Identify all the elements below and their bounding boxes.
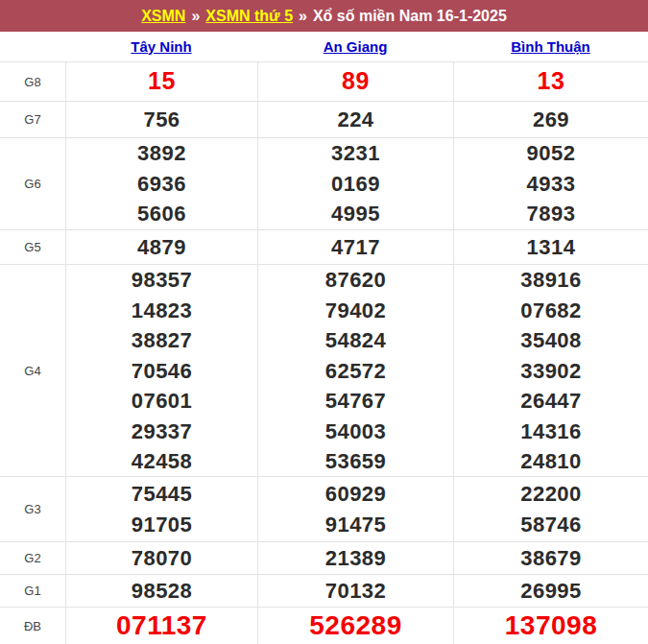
result-number: 13 [538, 66, 565, 97]
result-number: 29337 [132, 417, 193, 447]
prize-label: G5 [0, 230, 65, 264]
result-number: 4879 [137, 232, 186, 263]
result-cell: 224 [257, 102, 453, 137]
prize-row: G498357148233882770546076012933742458876… [0, 264, 648, 476]
prize-row: G2780702138938679 [0, 541, 648, 574]
prize-label: G6 [0, 138, 65, 229]
result-number: 78070 [132, 543, 193, 574]
result-cell: 87620794025482462572547675400353659 [257, 265, 453, 477]
result-cell: 15 [65, 62, 257, 101]
result-cell: 269 [453, 102, 648, 137]
result-number: 26995 [520, 576, 582, 607]
prize-label: G7 [0, 102, 65, 137]
result-number: 35408 [520, 325, 582, 356]
result-number: 54824 [325, 325, 387, 356]
result-number: 87620 [325, 265, 387, 296]
breadcrumb-separator: » [299, 8, 307, 25]
result-number: 38916 [520, 265, 582, 296]
prize-row: G7756224269 [0, 101, 648, 137]
result-number: 89 [342, 66, 370, 97]
result-cell: 389269365606 [65, 138, 257, 229]
prize-label: G8 [0, 62, 65, 101]
prize-label: G3 [0, 477, 65, 541]
result-number: 4995 [331, 199, 380, 229]
result-number: 14316 [520, 417, 582, 447]
result-number: 071137 [116, 610, 207, 641]
result-cell: 89 [257, 62, 453, 101]
province-header-an-giang: An Giang [257, 38, 453, 56]
result-number: 07682 [520, 296, 582, 326]
result-number: 75445 [132, 479, 193, 510]
result-number: 14823 [132, 296, 193, 326]
result-cell: 756 [65, 102, 257, 137]
result-number: 42458 [132, 446, 193, 477]
result-number: 526289 [309, 610, 401, 641]
result-number: 15 [148, 66, 176, 97]
prize-label: ĐB [0, 608, 65, 644]
province-header-row: Tây Ninh An Giang Bình Thuận [0, 32, 648, 61]
result-cell: 7544591705 [65, 477, 257, 541]
breadcrumb: XSMN » XSMN thứ 5 » Xổ số miền Nam 16-1-… [0, 0, 648, 32]
result-number: 224 [337, 105, 373, 135]
result-number: 07601 [132, 386, 193, 417]
result-cell: 1314 [453, 230, 648, 264]
result-number: 1314 [527, 232, 576, 263]
result-number: 137098 [505, 610, 597, 641]
breadcrumb-link-xsmn[interactable]: XSMN [141, 8, 185, 25]
result-cell: 2220058746 [453, 477, 648, 541]
result-number: 3892 [137, 138, 186, 169]
result-cell: 323101694995 [257, 138, 453, 229]
province-header-binh-thuan: Bình Thuận [453, 38, 648, 56]
result-cell: 26995 [453, 575, 648, 607]
result-number: 91475 [325, 510, 387, 540]
result-number: 98528 [132, 576, 193, 607]
result-number: 756 [143, 105, 180, 135]
breadcrumb-separator: » [191, 8, 200, 25]
result-number: 60929 [325, 479, 387, 510]
result-cell: 38679 [453, 542, 648, 574]
result-number: 4717 [331, 232, 380, 263]
result-number: 98357 [132, 265, 193, 296]
breadcrumb-link-xsmn-thu-5[interactable]: XSMN thứ 5 [205, 8, 293, 25]
result-number: 70132 [325, 576, 387, 607]
result-cell: 071137 [65, 608, 257, 644]
result-number: 79402 [325, 296, 387, 326]
result-cell: 78070 [65, 542, 257, 574]
result-cell: 4879 [65, 230, 257, 264]
province-header-tay-ninh: Tây Ninh [65, 38, 257, 56]
page-title: Xổ số miền Nam 16-1-2025 [313, 8, 507, 25]
result-number: 3231 [331, 138, 380, 169]
result-cell: 21389 [257, 542, 453, 574]
result-number: 7893 [527, 199, 576, 229]
result-number: 38679 [520, 543, 582, 574]
prize-label: G1 [0, 575, 65, 607]
result-cell: 905249337893 [453, 138, 648, 229]
result-cell: 6092991475 [257, 477, 453, 541]
result-number: 54767 [325, 386, 387, 417]
result-number: 5606 [137, 199, 186, 229]
result-number: 4933 [527, 169, 576, 200]
result-number: 53659 [325, 446, 387, 477]
prize-row: ĐB071137526289137098 [0, 607, 648, 644]
result-number: 0169 [331, 169, 380, 200]
province-link-binh-thuan[interactable]: Bình Thuận [511, 38, 590, 55]
prize-label: G2 [0, 542, 65, 574]
result-number: 58746 [520, 510, 582, 540]
province-link-an-giang[interactable]: An Giang [324, 38, 388, 55]
result-cell: 38916076823540833902264471431624810 [453, 265, 648, 477]
result-number: 21389 [325, 543, 387, 574]
result-number: 6936 [137, 169, 186, 200]
prize-row: G1985287013226995 [0, 574, 648, 607]
prize-row: G6389269365606323101694995905249337893 [0, 137, 648, 229]
prize-row: G5487947171314 [0, 229, 648, 264]
result-number: 62572 [325, 356, 387, 387]
result-cell: 98357148233882770546076012933742458 [65, 265, 257, 477]
province-link-tay-ninh[interactable]: Tây Ninh [131, 38, 191, 55]
result-cell: 137098 [453, 608, 648, 644]
result-number: 9052 [527, 138, 576, 169]
result-number: 38827 [132, 325, 193, 356]
result-cell: 526289 [257, 608, 453, 644]
result-cell: 98528 [65, 575, 257, 607]
result-number: 70546 [132, 356, 193, 387]
lottery-results-page: XSMN » XSMN thứ 5 » Xổ số miền Nam 16-1-… [0, 0, 648, 644]
